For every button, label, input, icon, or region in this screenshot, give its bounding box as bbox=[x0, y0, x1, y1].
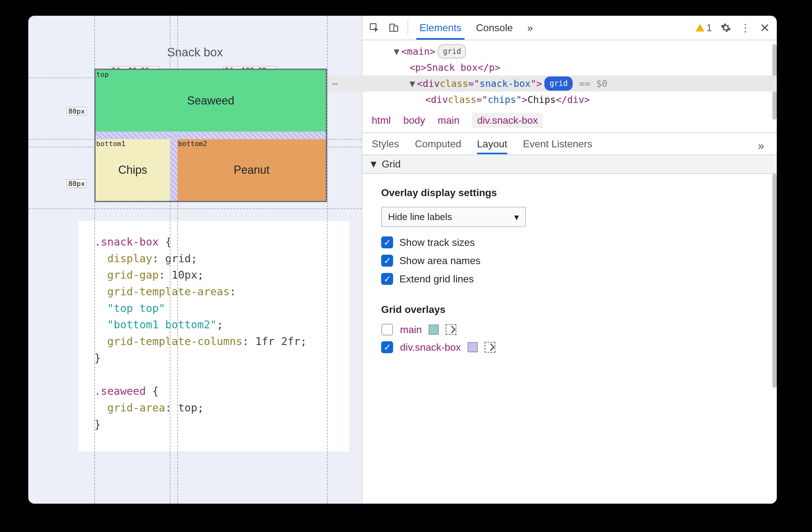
layout-grid-section-header[interactable]: ▼ Grid bbox=[362, 155, 777, 174]
separator bbox=[408, 21, 408, 34]
option-extend-grid-lines[interactable]: ✓ Extend grid lines bbox=[381, 273, 764, 285]
grid-line-extension bbox=[28, 208, 362, 209]
overlay-name: main bbox=[400, 324, 422, 336]
area-label-bottom2: bottom2 bbox=[178, 140, 207, 148]
grid-row-top: top Seaweed bbox=[96, 70, 326, 131]
color-swatch[interactable] bbox=[429, 324, 439, 335]
grid-col-gap bbox=[170, 139, 177, 201]
dom-tag: <div bbox=[425, 92, 448, 108]
dom-tag: <main> bbox=[401, 43, 435, 59]
tab-console[interactable]: Console bbox=[473, 16, 516, 40]
css-value: "top top" bbox=[107, 302, 165, 314]
css-selector: .seaweed bbox=[95, 385, 146, 397]
device-mode-icon[interactable] bbox=[388, 22, 400, 33]
dom-punc: "> bbox=[531, 75, 542, 92]
dom-node-main[interactable]: ▼ <main> grid bbox=[375, 43, 777, 59]
checkbox-checked-icon[interactable]: ✓ bbox=[381, 236, 393, 248]
dom-tag: <div bbox=[417, 75, 440, 92]
select-value: Hide line labels bbox=[388, 212, 452, 222]
grid-badge[interactable]: grid bbox=[438, 44, 466, 58]
app-window: Snack box 1fr·96.66px 2fr·193.32px 80px … bbox=[28, 16, 777, 504]
dom-punc: =" bbox=[468, 75, 480, 92]
cell-peanut: bottom2 Peanut bbox=[177, 139, 326, 201]
css-value: top bbox=[178, 401, 197, 414]
cell-seaweed-text: Seaweed bbox=[187, 94, 234, 107]
css-value: grid bbox=[165, 252, 191, 265]
chevron-down-icon: ▾ bbox=[514, 212, 519, 223]
option-show-area-names[interactable]: ✓ Show area names bbox=[381, 255, 764, 267]
grid-row-bottom: bottom1 Chips bottom2 Peanut bbox=[96, 139, 326, 201]
tab-layout[interactable]: Layout bbox=[477, 138, 507, 154]
scrollbar-thumb[interactable] bbox=[772, 174, 777, 388]
highlight-element-icon[interactable] bbox=[446, 324, 456, 335]
dom-attr-value: snack-box bbox=[480, 75, 531, 92]
tab-event-listeners[interactable]: Event Listeners bbox=[523, 138, 593, 154]
option-show-track-sizes[interactable]: ✓ Show track sizes bbox=[381, 236, 764, 248]
color-swatch[interactable] bbox=[468, 342, 478, 352]
warnings-badge[interactable]: 1 bbox=[696, 22, 712, 34]
devtools-toolbar: Elements Console » 1 ⋮ bbox=[362, 16, 777, 40]
crumb-body[interactable]: body bbox=[403, 115, 425, 126]
grid-badge-active[interactable]: grid bbox=[545, 76, 573, 91]
checkbox-checked-icon[interactable]: ✓ bbox=[381, 255, 393, 267]
tab-elements[interactable]: Elements bbox=[416, 16, 464, 40]
tab-more[interactable]: » bbox=[758, 139, 767, 153]
dom-selected-marker: == $0 bbox=[579, 75, 607, 92]
kebab-icon[interactable]: ⋮ bbox=[740, 22, 751, 33]
svg-rect-2 bbox=[394, 26, 398, 31]
css-value: 1fr 2fr bbox=[255, 335, 300, 348]
dom-node-snack-box[interactable]: ⋯ ▼ <div class="snack-box"> grid == $0 bbox=[328, 75, 777, 92]
page-title: Snack box bbox=[28, 46, 362, 59]
cell-chips-text: Chips bbox=[118, 163, 147, 177]
dom-attr-value: chips bbox=[488, 92, 516, 108]
highlight-element-icon[interactable] bbox=[484, 342, 495, 353]
dom-ellipsis-icon[interactable]: ⋯ bbox=[329, 75, 341, 92]
expand-icon[interactable]: ▼ bbox=[394, 43, 400, 59]
warning-icon bbox=[696, 24, 705, 31]
rendered-page: Snack box 1fr·96.66px 2fr·193.32px 80px … bbox=[28, 16, 362, 504]
crumb-main[interactable]: main bbox=[438, 115, 460, 126]
crumb-html[interactable]: html bbox=[372, 115, 391, 126]
checkbox-unchecked-icon[interactable] bbox=[381, 324, 393, 336]
tab-styles[interactable]: Styles bbox=[372, 138, 399, 154]
inspect-icon[interactable] bbox=[368, 22, 380, 33]
option-label: Show area names bbox=[400, 255, 480, 267]
line-label-select[interactable]: Hide line labels ▾ bbox=[381, 207, 526, 227]
cell-chips: bottom1 Chips bbox=[96, 139, 170, 201]
expand-icon[interactable]: ▼ bbox=[409, 75, 415, 92]
tab-computed[interactable]: Computed bbox=[415, 138, 461, 154]
dom-tree[interactable]: ▼ <main> grid <p>Snack box</p> ⋯ ▼ <div … bbox=[362, 40, 777, 110]
option-label: Show track sizes bbox=[400, 237, 475, 248]
dom-node-p[interactable]: <p>Snack box</p> bbox=[375, 59, 777, 75]
css-prop: grid-gap bbox=[107, 268, 159, 281]
close-icon[interactable] bbox=[759, 22, 770, 33]
grid-overlays-heading: Grid overlays bbox=[381, 304, 764, 316]
css-prop: grid-template-columns bbox=[107, 335, 243, 348]
grid-overlay-main[interactable]: main bbox=[381, 324, 764, 336]
track-size-label-row1: 80px bbox=[67, 107, 86, 115]
checkbox-checked-icon[interactable]: ✓ bbox=[381, 273, 393, 285]
track-size-label-row2: 80px bbox=[67, 179, 86, 188]
dom-attr-name: class bbox=[448, 92, 476, 108]
area-label-bottom1: bottom1 bbox=[96, 140, 126, 148]
css-value: "bottom1 bottom2" bbox=[107, 318, 217, 331]
crumb-snack-box[interactable]: div.snack-box bbox=[472, 113, 543, 128]
warnings-count: 1 bbox=[706, 22, 712, 34]
checkbox-checked-icon[interactable]: ✓ bbox=[381, 341, 393, 353]
overlay-display-heading: Overlay display settings bbox=[381, 187, 764, 199]
dom-node-chips[interactable]: <div class="chips">Chips</div> bbox=[375, 92, 777, 108]
css-prop: grid-template-areas bbox=[107, 285, 230, 298]
grid-overlay-snack-box[interactable]: ✓ div.snack-box bbox=[381, 341, 764, 353]
area-label-top: top bbox=[96, 71, 109, 79]
css-prop: grid-area bbox=[107, 401, 165, 414]
css-value: 10px bbox=[172, 268, 198, 281]
css-prop: display bbox=[107, 252, 152, 265]
cell-peanut-text: Peanut bbox=[234, 163, 270, 177]
dom-tag: <p>Snack box</p> bbox=[409, 59, 501, 75]
dom-breadcrumb: html body main div.snack-box bbox=[362, 110, 777, 133]
gear-icon[interactable] bbox=[720, 22, 731, 33]
styles-tabstrip: Styles Computed Layout Event Listeners » bbox=[362, 133, 777, 155]
css-selector: .snack-box bbox=[95, 236, 159, 248]
cell-seaweed: top Seaweed bbox=[96, 70, 326, 131]
tab-more[interactable]: » bbox=[524, 16, 536, 40]
